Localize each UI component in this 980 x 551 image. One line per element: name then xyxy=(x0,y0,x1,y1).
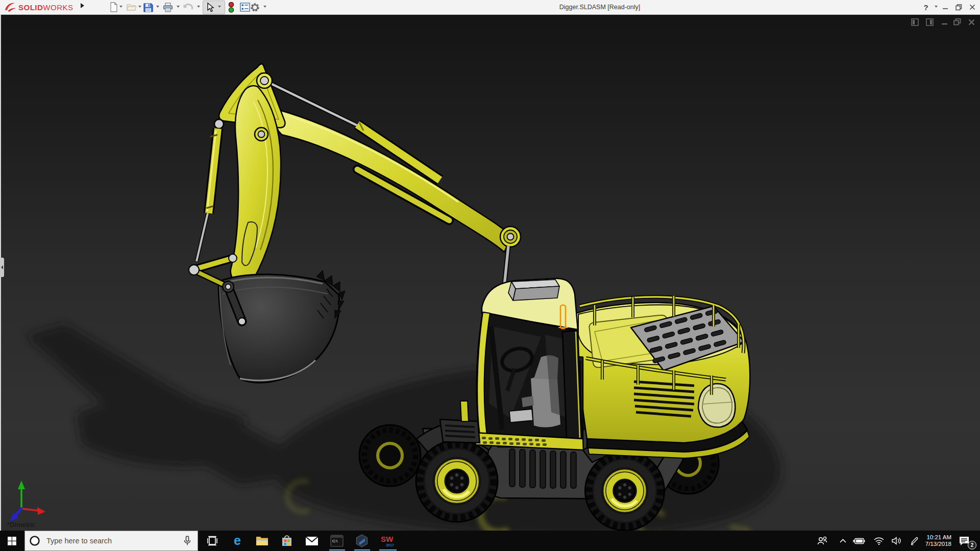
pane-right-toggle-button[interactable] xyxy=(925,17,934,27)
command-prompt-icon: C:\ xyxy=(330,535,344,547)
file-explorer-button[interactable] xyxy=(251,531,273,551)
battery-button[interactable] xyxy=(851,531,867,551)
open-folder-icon xyxy=(127,3,137,12)
close-icon xyxy=(969,4,975,10)
people-button[interactable] xyxy=(815,531,830,551)
view-orientation-label: *Dimetric xyxy=(7,521,35,529)
help-dropdown-caret[interactable] xyxy=(935,6,938,8)
select-tool-button[interactable] xyxy=(204,1,216,13)
new-dropdown-caret[interactable] xyxy=(119,6,122,8)
search-placeholder: Type here to search xyxy=(46,537,183,545)
mail-icon xyxy=(305,536,318,546)
collapsed-panel-tab[interactable] xyxy=(0,258,4,277)
solidworks-app-icon: SW 2017 xyxy=(379,534,395,548)
print-dropdown-caret[interactable] xyxy=(177,6,180,8)
solidworks-app-button[interactable]: SW 2017 xyxy=(376,531,398,551)
doc-close-icon xyxy=(968,19,975,26)
start-button[interactable] xyxy=(0,531,23,551)
svg-text:SW: SW xyxy=(381,535,394,543)
open-button[interactable] xyxy=(126,1,138,13)
task-view-icon xyxy=(207,536,218,546)
doc-close-button[interactable] xyxy=(967,17,976,27)
doc-minimize-button[interactable] xyxy=(940,17,949,27)
store-button[interactable] xyxy=(276,531,298,551)
new-document-icon xyxy=(109,2,118,12)
undo-button[interactable] xyxy=(182,1,194,13)
pane-left-toggle-button[interactable] xyxy=(910,17,919,27)
taskbar-search-input[interactable]: Type here to search xyxy=(24,531,198,551)
speaker-icon xyxy=(892,537,902,545)
cortana-icon xyxy=(29,535,40,546)
print-button[interactable] xyxy=(162,1,174,13)
volume-button[interactable] xyxy=(889,531,905,551)
pane-right-icon xyxy=(926,18,934,26)
battery-icon xyxy=(853,538,865,544)
svg-text:C:\: C:\ xyxy=(332,539,338,543)
brand-wordmark: SOLIDWORKS xyxy=(18,3,74,12)
mail-button[interactable] xyxy=(301,531,323,551)
clock-date: 7/13/2018 xyxy=(918,541,951,548)
clock-time: 10:21 AM xyxy=(918,534,951,541)
pane-left-icon xyxy=(911,18,919,26)
svg-text:e: e xyxy=(234,534,241,547)
doc-minimize-icon xyxy=(941,19,948,26)
people-icon xyxy=(817,536,827,545)
clock[interactable]: 10:21 AM 7/13/2018 xyxy=(918,531,951,551)
titlebar: SOLIDWORKS xyxy=(0,0,980,15)
window-title: Digger.SLDASM [Read-only] xyxy=(219,0,980,14)
undo-icon xyxy=(182,3,193,12)
new-document-button[interactable] xyxy=(108,1,120,13)
chevron-up-icon xyxy=(840,539,846,543)
model-viewport[interactable] xyxy=(0,0,980,551)
notification-badge: 2 xyxy=(968,541,976,549)
taskbar: Type here to search e xyxy=(0,531,980,551)
tray-expand-button[interactable] xyxy=(836,531,849,551)
running-indicator-solidworks xyxy=(379,549,397,550)
wheel-front-left[interactable] xyxy=(416,440,498,522)
doc-restore-icon xyxy=(953,18,961,26)
restore-icon xyxy=(955,4,962,11)
close-button[interactable] xyxy=(967,0,977,14)
toolbar-flyout-arrow[interactable] xyxy=(81,3,84,8)
hexagon-app-icon xyxy=(355,534,369,547)
running-indicator-cmd xyxy=(329,549,345,550)
save-floppy-icon xyxy=(143,3,153,12)
select-cursor-icon xyxy=(206,3,214,12)
wheel-rear-left[interactable] xyxy=(585,451,664,530)
save-button[interactable] xyxy=(142,1,154,13)
save-dropdown-caret[interactable] xyxy=(156,6,159,8)
svg-text:2017: 2017 xyxy=(386,543,394,547)
task-view-button[interactable] xyxy=(201,531,224,551)
solidworks-logo: SOLIDWORKS xyxy=(3,2,74,13)
wheel-front-right[interactable] xyxy=(359,425,421,486)
minimize-button[interactable] xyxy=(941,0,950,14)
print-icon xyxy=(163,3,173,12)
panel-expand-arrow-icon xyxy=(1,265,3,269)
help-button[interactable]: ? xyxy=(920,0,932,14)
edge-icon: e xyxy=(231,534,244,547)
windows-logo-icon xyxy=(8,537,16,545)
doc-restore-button[interactable] xyxy=(952,17,962,27)
edge-button[interactable]: e xyxy=(226,531,249,551)
minimize-icon xyxy=(942,4,948,10)
store-icon xyxy=(281,535,293,547)
file-explorer-icon xyxy=(256,536,268,546)
hex-app-button[interactable] xyxy=(351,531,373,551)
restore-button[interactable] xyxy=(953,0,964,14)
wifi-button[interactable] xyxy=(871,531,887,551)
running-indicator-hex xyxy=(354,549,370,550)
undo-dropdown-caret[interactable] xyxy=(197,6,200,8)
wifi-icon xyxy=(874,537,884,545)
microphone-icon[interactable] xyxy=(183,536,191,546)
command-prompt-button[interactable]: C:\ xyxy=(326,531,348,551)
open-dropdown-caret[interactable] xyxy=(138,6,141,8)
solidworks-logo-icon xyxy=(3,2,16,13)
pen-icon xyxy=(910,537,919,545)
